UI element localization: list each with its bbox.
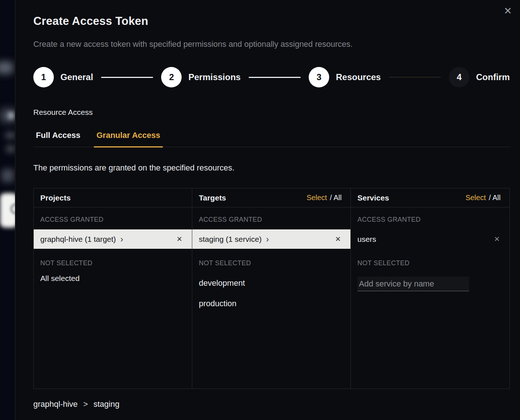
step-confirm[interactable]: 4 Confirm <box>449 67 510 87</box>
resource-access-heading: Resource Access <box>33 108 510 117</box>
services-select-link[interactable]: Select <box>465 194 486 202</box>
create-access-token-dialog: ✕ Create Access Token Create a new acces… <box>15 0 520 420</box>
granted-target-name: staging (1 service) <box>199 235 262 244</box>
projects-column: Projects ACCESS GRANTED graphql-hive (1 … <box>34 188 192 389</box>
services-all-link[interactable]: / All <box>489 194 501 202</box>
services-column-header: Services Select / All <box>351 188 509 207</box>
dialog-subtitle: Create a new access token with specified… <box>33 39 510 50</box>
breadcrumb-separator-icon: > <box>83 400 88 409</box>
add-service-input[interactable] <box>357 277 469 291</box>
targets-select-all: Select / All <box>307 194 342 202</box>
chevron-right-icon: › <box>120 236 123 243</box>
projects-not-selected-label: NOT SELECTED <box>40 259 185 267</box>
step-1-label: General <box>60 72 93 82</box>
resource-picker-table: Projects ACCESS GRANTED graphql-hive (1 … <box>33 188 510 389</box>
background-page-strip <box>0 0 15 420</box>
services-select-all: Select / All <box>465 194 501 202</box>
breadcrumb-project: graphql-hive <box>33 400 78 409</box>
breadcrumb-target: staging <box>93 400 119 409</box>
granted-project-name: graphql-hive (1 target) <box>40 235 116 244</box>
access-mode-tabs: Full Access Granular Access <box>33 130 510 147</box>
projects-column-title: Projects <box>40 194 71 202</box>
target-option-production[interactable]: production <box>192 293 350 314</box>
targets-select-link[interactable]: Select <box>307 194 327 202</box>
breadcrumb: graphql-hive > staging <box>33 399 510 409</box>
remove-service-icon[interactable]: ✕ <box>494 235 500 243</box>
projects-access-granted-label: ACCESS GRANTED <box>40 215 185 224</box>
services-access-granted-label: ACCESS GRANTED <box>357 215 503 224</box>
step-3-label: Resources <box>336 72 381 82</box>
remove-project-icon[interactable]: ✕ <box>177 235 182 243</box>
step-resources[interactable]: 3 Resources <box>309 67 381 87</box>
tab-full-access[interactable]: Full Access <box>33 130 83 147</box>
dialog-title: Create Access Token <box>33 15 510 28</box>
step-general[interactable]: 1 General <box>33 67 93 87</box>
step-connector <box>389 77 441 78</box>
step-connector <box>249 77 301 78</box>
services-column-title: Services <box>357 194 389 202</box>
step-1-circle: 1 <box>33 67 54 87</box>
background-blur-blob <box>5 132 15 139</box>
targets-not-selected-list: development production <box>192 273 350 314</box>
services-column: Services Select / All ACCESS GRANTED use… <box>351 188 509 389</box>
background-blur-blob <box>6 145 15 153</box>
step-4-label: Confirm <box>476 72 510 82</box>
step-permissions[interactable]: 2 Permissions <box>161 67 241 87</box>
close-icon[interactable]: ✕ <box>504 5 512 17</box>
tab-granular-access[interactable]: Granular Access <box>94 130 163 147</box>
background-blur-blob <box>8 112 14 119</box>
granted-target-row[interactable]: staging (1 service) › ✕ <box>192 229 350 249</box>
targets-access-granted-label: ACCESS GRANTED <box>199 215 344 224</box>
background-blur-blob <box>1 169 14 182</box>
step-connector <box>101 77 153 78</box>
targets-all-link[interactable]: / All <box>330 194 342 202</box>
targets-column-header: Targets Select / All <box>192 188 350 207</box>
granted-project-row[interactable]: graphql-hive (1 target) › ✕ <box>34 229 192 249</box>
step-3-circle: 3 <box>309 67 329 87</box>
chevron-right-icon: › <box>266 236 269 243</box>
step-2-circle: 2 <box>161 67 182 87</box>
projects-column-header: Projects <box>34 188 192 207</box>
granted-service-name: users <box>357 235 376 244</box>
remove-target-icon[interactable]: ✕ <box>335 235 341 243</box>
target-option-development[interactable]: development <box>192 273 350 293</box>
background-blur-blob <box>0 61 13 74</box>
targets-column: Targets Select / All ACCESS GRANTED stag… <box>192 188 351 389</box>
targets-column-title: Targets <box>199 194 226 202</box>
projects-all-selected-note: All selected <box>40 274 185 283</box>
services-not-selected-label: NOT SELECTED <box>357 259 503 267</box>
wizard-stepper: 1 General 2 Permissions 3 Resources 4 Co… <box>33 67 510 87</box>
granular-access-description: The permissions are granted on the speci… <box>33 163 510 173</box>
granted-service-row: users ✕ <box>351 229 509 249</box>
step-2-label: Permissions <box>188 72 241 82</box>
targets-not-selected-label: NOT SELECTED <box>199 259 344 267</box>
step-4-circle: 4 <box>449 67 469 87</box>
